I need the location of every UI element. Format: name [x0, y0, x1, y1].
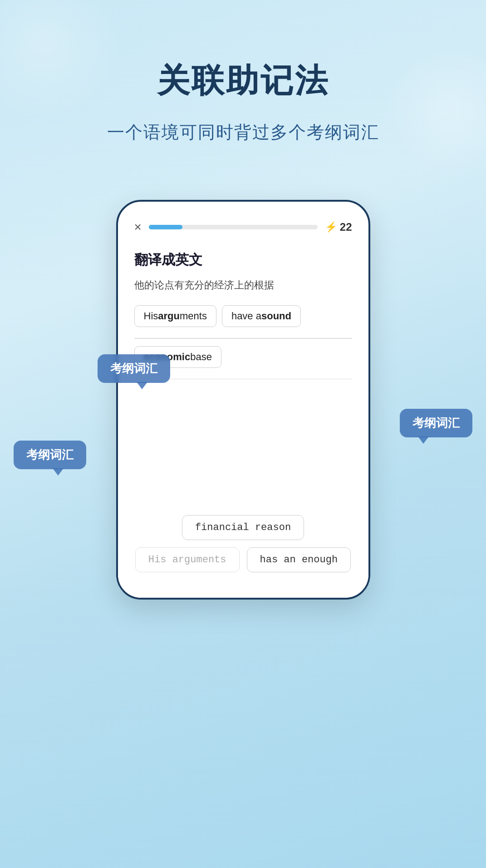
text-have-a: have a: [231, 310, 261, 322]
answer-chip-arguments: His arguments: [134, 305, 216, 327]
choices-row-2: His arguments has an enough: [134, 547, 352, 572]
phone-mockup: × ⚡ 22 翻译成英文 他的论点有充分的经济上的根据 His argument…: [116, 200, 370, 600]
progress-bar-background: [149, 225, 318, 229]
phone-frame: × ⚡ 22 翻译成英文 他的论点有充分的经济上的根据 His argument…: [116, 200, 370, 600]
text-his: His: [144, 310, 158, 322]
top-bar: × ⚡ 22: [134, 220, 352, 234]
tooltip-bubble-3: 考纲词汇: [14, 441, 86, 469]
bottom-choices: financial reason His arguments has an en…: [118, 504, 368, 598]
choice-his-arguments[interactable]: His arguments: [135, 547, 240, 572]
lightning-icon: ⚡: [325, 221, 337, 233]
instruction-label: 翻译成英文: [134, 251, 352, 269]
answer-chip-have-sound: have a sound: [222, 305, 301, 327]
bg-decoration-circle-1: [0, 0, 123, 123]
bold-arguments: argu: [158, 310, 180, 322]
score-area: ⚡ 22: [325, 221, 352, 233]
close-button[interactable]: ×: [134, 220, 142, 234]
tooltip-bubble-2: 考纲词汇: [400, 409, 472, 437]
phone-inner: × ⚡ 22 翻译成英文 他的论点有充分的经济上的根据 His argument…: [118, 202, 368, 598]
text-base: base: [190, 351, 212, 363]
text-ments: ments: [180, 310, 207, 322]
choice-has-an-enough[interactable]: has an enough: [247, 547, 351, 572]
choice-financial-reason[interactable]: financial reason: [182, 515, 304, 540]
answer-line-1: His arguments have a sound: [134, 305, 352, 327]
choices-row-1: financial reason: [134, 515, 352, 540]
tooltip-bubble-1: 考纲词汇: [98, 354, 170, 383]
chinese-sentence: 他的论点有充分的经济上的根据: [134, 278, 352, 293]
bold-sound: sound: [261, 310, 291, 322]
line-divider-1: [134, 338, 352, 339]
score-value: 22: [340, 221, 352, 233]
progress-bar-fill: [149, 225, 182, 229]
